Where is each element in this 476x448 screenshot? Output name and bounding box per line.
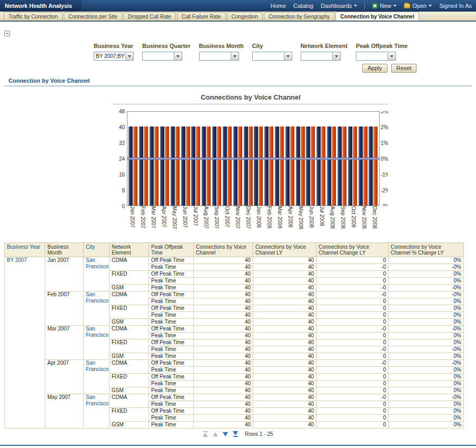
city-cell[interactable]: San Francisco	[84, 326, 110, 360]
dropdown-value	[356, 52, 388, 60]
new-menu[interactable]: New	[372, 3, 396, 9]
peak-offpeak-cell: Peak Time	[149, 346, 194, 353]
tab-connections-per-site[interactable]: Connections per Site	[64, 12, 122, 21]
connections-ly-cell: 40	[253, 408, 316, 415]
bar-connections-by-voice-channel	[327, 126, 331, 206]
arrow-up-icon	[213, 432, 218, 436]
chart-title: Connections by Voice Channel	[113, 93, 388, 101]
collapse-section-icon[interactable]	[4, 31, 10, 36]
connections-cell: 40	[194, 360, 253, 367]
dropdown-arrow-button[interactable]	[125, 52, 133, 60]
dropdown-arrow-button[interactable]	[388, 52, 395, 60]
tab-dropped-call-rate[interactable]: Dropped Call Rate	[123, 12, 176, 21]
tab-traffic-by-connection[interactable]: Traffic by Connection	[4, 12, 63, 21]
dashboards-menu[interactable]: Dashboards	[321, 3, 357, 9]
column-header-connections-by-voice-channel-change-ly[interactable]: Connections by Voice Channel % Change LY	[389, 243, 464, 257]
peak-offpeak-cell: Off Peak Time	[149, 374, 194, 381]
bar-connections-by-voice-channel	[359, 126, 363, 206]
business-month-dropdown[interactable]	[199, 52, 239, 61]
x-axis-label: Nov 2007	[232, 206, 243, 235]
connections-cell: 40	[194, 257, 253, 264]
bar-connections-by-voice-channel	[223, 126, 227, 206]
column-header-connections-by-voice-channel[interactable]: Connections by Voice Channel	[194, 243, 253, 257]
change-ly-cell: 0	[316, 374, 389, 381]
connections-cell: 40	[194, 312, 253, 319]
column-header-network-element[interactable]: Network Element	[110, 243, 149, 257]
peak-offpeak-cell: Off Peak Time	[149, 339, 194, 346]
dropdown-value: BY 2007;BY 200	[94, 52, 125, 60]
business-month-cell: Mar 2007	[45, 326, 84, 360]
catalog-link[interactable]: Catalog	[293, 3, 313, 9]
column-header-connections-by-voice-channel-ly[interactable]: Connections by Voice Channel LY	[253, 243, 316, 257]
pct-change-ly-cell: 0%	[389, 401, 464, 408]
pct-change-ly-cell: 0%	[389, 422, 464, 428]
home-link[interactable]: Home	[271, 3, 286, 9]
column-header-business-year[interactable]: Business Year	[5, 243, 45, 257]
pct-change-ly-cell: -0%	[389, 394, 464, 401]
x-axis-label-text: Mar 2008	[277, 206, 282, 232]
y-axis-label: 3%	[381, 111, 388, 114]
connections-cell: 40	[194, 353, 253, 360]
open-menu[interactable]: Open	[404, 3, 432, 9]
bar-connections-by-voice-channel	[296, 126, 300, 206]
first-page-button[interactable]	[203, 431, 208, 437]
city-cell[interactable]: San Francisco	[84, 291, 110, 326]
max-rows-button[interactable]	[233, 431, 238, 437]
business-month-cell: May 2007	[45, 394, 84, 428]
plot-area	[127, 111, 380, 206]
city-dropdown[interactable]	[252, 52, 292, 61]
network-element-dropdown[interactable]	[301, 52, 341, 61]
bar-connections-by-voice-channel-ly	[353, 126, 357, 206]
tab-call-failure-rate[interactable]: Call Failure Rate	[177, 12, 225, 21]
reset-button[interactable]: Reset	[391, 64, 417, 73]
network-element-cell: FIXED	[110, 408, 149, 422]
peak-offpeak-cell: Peak Time	[149, 422, 194, 428]
connections-ly-cell: 40	[253, 394, 316, 401]
bar-connections-by-voice-channel-ly	[227, 126, 232, 206]
bar-connections-by-voice-channel	[191, 126, 195, 206]
peak-offpeak-time-dropdown[interactable]	[356, 52, 396, 61]
change-ly-cell: 0	[316, 271, 389, 278]
tab-connection-by-voice-channel[interactable]: Connection by Voice Channel	[335, 12, 419, 21]
bar-connections-by-voice-channel-ly	[290, 126, 294, 206]
column-header-peak-offpeak-time[interactable]: Peak Offpeak Time	[149, 243, 194, 257]
filter-label: Business Year	[94, 43, 134, 49]
peak-offpeak-cell: Off Peak Time	[149, 326, 194, 333]
change-ly-cell: 0	[316, 408, 389, 415]
x-axis-label: Feb 2007	[137, 206, 148, 235]
bar-connections-by-voice-channel	[348, 126, 352, 206]
tab-congestion[interactable]: Congestion	[227, 12, 263, 21]
bar-connections-by-voice-channel	[264, 126, 269, 206]
next-page-button[interactable]	[223, 432, 228, 436]
bar-connections-by-voice-channel-ly	[321, 126, 325, 206]
pct-change-ly-cell: 0%	[389, 408, 464, 415]
page-bottom-border	[0, 445, 476, 446]
tab-connection-by-geography[interactable]: Connection by Geography	[264, 12, 334, 21]
change-ly-cell: 0	[316, 333, 389, 339]
dropdown-arrow-button[interactable]	[174, 52, 182, 60]
business-quarter-dropdown[interactable]	[142, 52, 182, 61]
peak-offpeak-cell: Peak Time	[149, 298, 194, 305]
connections-cell: 40	[194, 271, 253, 278]
connections-cell: 40	[194, 394, 253, 401]
business-year-dropdown[interactable]: BY 2007;BY 200	[94, 52, 134, 61]
bar-connections-by-voice-channel-ly	[280, 126, 284, 206]
chart-title-divider	[113, 104, 388, 104]
city-cell[interactable]: San Francisco	[84, 394, 110, 428]
city-cell[interactable]: San Francisco	[84, 360, 110, 394]
pct-change-line	[127, 158, 379, 160]
dropdown-arrow-button[interactable]	[231, 52, 239, 60]
connections-ly-cell: 40	[253, 298, 316, 305]
bar-connections-by-voice-channel-ly	[186, 126, 190, 206]
previous-page-button[interactable]	[213, 432, 218, 436]
dropdown-arrow-button[interactable]	[332, 52, 340, 60]
apply-button[interactable]: Apply	[362, 64, 388, 73]
peak-offpeak-cell: Peak Time	[149, 353, 194, 360]
city-cell[interactable]: San Francisco	[84, 257, 110, 291]
column-header-city[interactable]: City	[84, 243, 110, 257]
dashboard-tab-bar: Traffic by ConnectionConnections per Sit…	[0, 12, 476, 22]
business-year-cell[interactable]: BY 2007	[5, 257, 45, 428]
dropdown-arrow-button[interactable]	[284, 52, 292, 60]
column-header-connections-by-voice-channel-change-ly[interactable]: Connections by Voice Channel Change LY	[316, 243, 389, 257]
column-header-business-month[interactable]: Business Month	[45, 243, 84, 257]
